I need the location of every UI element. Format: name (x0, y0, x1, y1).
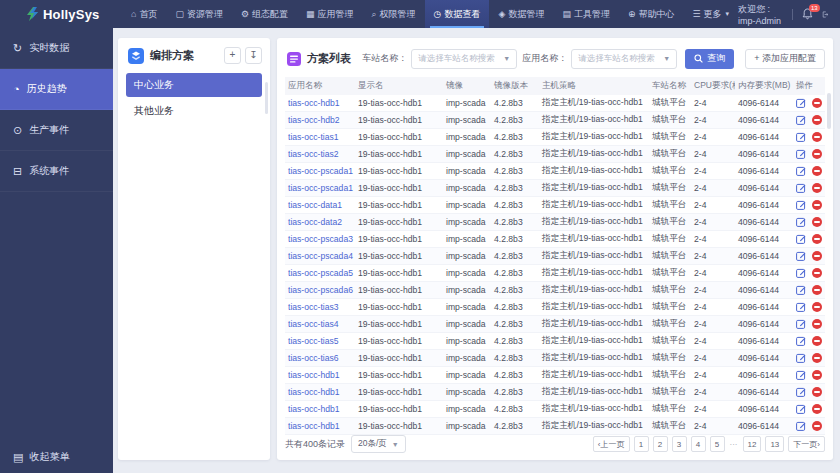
delete-icon[interactable] (812, 166, 822, 176)
app-name-link[interactable]: tias-occ-pscada6 (288, 285, 353, 295)
nav-item-more[interactable]: ☰ 更多 ▾ (683, 0, 738, 28)
edit-icon[interactable] (796, 336, 806, 346)
nav-item-app[interactable]: ▦ 应用管理 (297, 0, 363, 28)
logout-icon[interactable] (822, 9, 828, 20)
edit-icon[interactable] (796, 217, 806, 227)
page-button-13[interactable]: 13 (765, 436, 784, 452)
app-name-link[interactable]: tias-occ-data2 (288, 217, 342, 227)
delete-icon[interactable] (812, 234, 822, 244)
plan-item[interactable]: 其他业务 (126, 99, 262, 123)
edit-icon[interactable] (796, 370, 806, 380)
edit-icon[interactable] (796, 98, 806, 108)
page-button-2[interactable]: 2 (653, 436, 668, 452)
delete-icon[interactable] (812, 285, 822, 295)
plan-item[interactable]: 中心业务 (126, 73, 262, 97)
app-name-link[interactable]: tias-occ-data1 (288, 200, 342, 210)
nav-item-home[interactable]: ⌂ 首页 (122, 0, 166, 28)
edit-icon[interactable] (796, 251, 806, 261)
sidebar-item-realtime-data[interactable]: ↻ 实时数据 (0, 28, 113, 69)
delete-icon[interactable] (812, 404, 822, 414)
delete-icon[interactable] (812, 132, 822, 142)
filter-select[interactable]: 请选择车站名称搜索 ▼ (411, 49, 517, 69)
delete-icon[interactable] (812, 336, 822, 346)
nav-item-data-view[interactable]: ◷ 数据查看 (425, 0, 490, 28)
app-name-link[interactable]: tias-occ-hdb1 (288, 421, 340, 431)
app-name-link[interactable]: tias-occ-hdb2 (288, 115, 340, 125)
filter-select[interactable]: 请选择车站名称搜索 ▼ (571, 49, 677, 69)
app-name-link[interactable]: tias-occ-tias4 (288, 319, 339, 329)
add-plan-button[interactable]: + (224, 47, 241, 64)
page-button-12[interactable]: 12 (743, 436, 762, 452)
delete-icon[interactable] (812, 217, 822, 227)
edit-icon[interactable] (796, 353, 806, 363)
app-name-link[interactable]: tias-occ-tias3 (288, 302, 339, 312)
page-button-1[interactable]: 1 (634, 436, 649, 452)
edit-icon[interactable] (796, 319, 806, 329)
app-name-link[interactable]: tias-occ-hdb1 (288, 370, 340, 380)
delete-icon[interactable] (812, 115, 822, 125)
sidebar-item-production-event[interactable]: ⊙ 生产事件 (0, 110, 113, 151)
delete-icon[interactable] (812, 302, 822, 312)
sidebar-item-system-event[interactable]: ⊟ 系统事件 (0, 151, 113, 192)
delete-icon[interactable] (812, 319, 822, 329)
app-name-link[interactable]: tias-occ-pscada3 (288, 234, 353, 244)
add-app-config-button[interactable]: + 添加应用配置 (745, 49, 825, 69)
app-name-link[interactable]: tias-occ-pscada5 (288, 268, 353, 278)
delete-icon[interactable] (812, 98, 822, 108)
prev-page-button[interactable]: ‹上一页 (593, 436, 630, 452)
host-policy-cell: 指定主机/19-tias-occ-hdb1 (539, 214, 649, 231)
delete-icon[interactable] (812, 251, 822, 261)
page-numbers: 12345···1213 (634, 436, 785, 452)
page-button-5[interactable]: 5 (710, 436, 725, 452)
edit-icon[interactable] (796, 404, 806, 414)
delete-icon[interactable] (812, 149, 822, 159)
delete-icon[interactable] (812, 370, 822, 380)
nav-item-help[interactable]: ⊕ 帮助中心 (619, 0, 684, 28)
next-page-button[interactable]: 下一页› (788, 436, 825, 452)
app-name-link[interactable]: tias-occ-pscada1 (288, 183, 353, 193)
edit-icon[interactable] (796, 200, 806, 210)
delete-icon[interactable] (812, 183, 822, 193)
nav-item-resource[interactable]: ▢ 资源管理 (166, 0, 232, 28)
page-button-4[interactable]: 4 (691, 436, 706, 452)
app-name-link[interactable]: tias-occ-pscada4 (288, 251, 353, 261)
edit-icon[interactable] (796, 421, 806, 431)
collapse-menu-button[interactable]: ▤ 收起菜单 (13, 450, 69, 464)
nav-item-config[interactable]: ⚙ 组态配置 (232, 0, 297, 28)
app-name-link[interactable]: tias-occ-hdb1 (288, 98, 340, 108)
edit-icon[interactable] (796, 183, 806, 193)
import-plan-button[interactable]: ↧ (245, 47, 262, 64)
page-button-3[interactable]: 3 (672, 436, 687, 452)
edit-icon[interactable] (796, 115, 806, 125)
edit-icon[interactable] (796, 234, 806, 244)
table-scrollbar[interactable] (827, 93, 831, 129)
notification-bell[interactable]: 13 (802, 8, 813, 20)
delete-icon[interactable] (812, 200, 822, 210)
plan-panel-scrollbar[interactable] (265, 82, 268, 114)
page-ellipsis[interactable]: ··· (729, 440, 739, 449)
delete-icon[interactable] (812, 421, 822, 431)
app-name-link[interactable]: tias-occ-tias1 (288, 132, 339, 142)
edit-icon[interactable] (796, 285, 806, 295)
edit-icon[interactable] (796, 387, 806, 397)
delete-icon[interactable] (812, 268, 822, 278)
delete-icon[interactable] (812, 387, 822, 397)
nav-item-permission[interactable]: ⌕ 权限管理 (363, 0, 425, 28)
sidebar-item-history-trend[interactable]: ◔ 历史趋势 (0, 69, 113, 110)
edit-icon[interactable] (796, 132, 806, 142)
edit-icon[interactable] (796, 166, 806, 176)
app-name-link[interactable]: tias-occ-hdb1 (288, 404, 340, 414)
delete-icon[interactable] (812, 353, 822, 363)
app-name-link[interactable]: tias-occ-tias6 (288, 353, 339, 363)
app-name-link[interactable]: tias-occ-hdb1 (288, 387, 340, 397)
edit-icon[interactable] (796, 149, 806, 159)
app-name-link[interactable]: tias-occ-pscada1 (288, 166, 353, 176)
nav-item-tools[interactable]: ▤ 工具管理 (553, 0, 619, 28)
app-name-link[interactable]: tias-occ-tias2 (288, 149, 339, 159)
edit-icon[interactable] (796, 302, 806, 312)
edit-icon[interactable] (796, 268, 806, 278)
nav-item-data-manage[interactable]: ◈ 数据管理 (489, 0, 553, 28)
app-name-link[interactable]: tias-occ-tias5 (288, 336, 339, 346)
search-button[interactable]: 查询 (685, 49, 734, 69)
page-size-select[interactable]: 20条/页 ▼ (351, 435, 406, 453)
